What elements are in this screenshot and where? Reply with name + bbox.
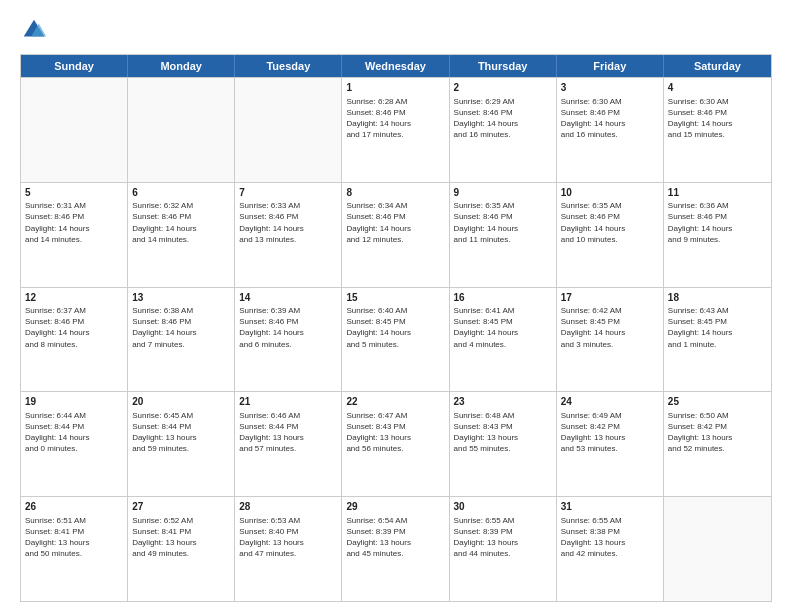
cell-info-line: Daylight: 14 hours bbox=[561, 327, 659, 338]
day-number: 13 bbox=[132, 291, 230, 305]
cell-info-line: and 56 minutes. bbox=[346, 443, 444, 454]
cell-info-line: Sunrise: 6:55 AM bbox=[454, 515, 552, 526]
calendar-cell-empty-4-6 bbox=[664, 497, 771, 601]
calendar-week-2: 5Sunrise: 6:31 AMSunset: 8:46 PMDaylight… bbox=[21, 182, 771, 287]
day-number: 5 bbox=[25, 186, 123, 200]
cell-info-line: and 0 minutes. bbox=[25, 443, 123, 454]
day-number: 27 bbox=[132, 500, 230, 514]
cell-info-line: Sunset: 8:46 PM bbox=[561, 107, 659, 118]
cell-info-line: and 1 minute. bbox=[668, 339, 767, 350]
cell-info-line: Sunset: 8:46 PM bbox=[239, 211, 337, 222]
calendar-cell-7: 7Sunrise: 6:33 AMSunset: 8:46 PMDaylight… bbox=[235, 183, 342, 287]
cell-info-line: Daylight: 14 hours bbox=[561, 118, 659, 129]
day-number: 31 bbox=[561, 500, 659, 514]
cell-info-line: Sunrise: 6:51 AM bbox=[25, 515, 123, 526]
cell-info-line: Sunset: 8:46 PM bbox=[239, 316, 337, 327]
calendar-cell-empty-0-1 bbox=[128, 78, 235, 182]
calendar-cell-empty-0-0 bbox=[21, 78, 128, 182]
cell-info-line: Sunset: 8:45 PM bbox=[346, 316, 444, 327]
cell-info-line: and 47 minutes. bbox=[239, 548, 337, 559]
cell-info-line: Sunset: 8:41 PM bbox=[132, 526, 230, 537]
day-number: 11 bbox=[668, 186, 767, 200]
cell-info-line: Sunset: 8:46 PM bbox=[25, 316, 123, 327]
day-number: 21 bbox=[239, 395, 337, 409]
cell-info-line: and 59 minutes. bbox=[132, 443, 230, 454]
cell-info-line: Daylight: 13 hours bbox=[239, 537, 337, 548]
cell-info-line: and 8 minutes. bbox=[25, 339, 123, 350]
calendar-week-1: 1Sunrise: 6:28 AMSunset: 8:46 PMDaylight… bbox=[21, 77, 771, 182]
cell-info-line: Sunset: 8:46 PM bbox=[561, 211, 659, 222]
cell-info-line: Sunrise: 6:35 AM bbox=[561, 200, 659, 211]
cell-info-line: Sunset: 8:46 PM bbox=[454, 107, 552, 118]
cell-info-line: and 9 minutes. bbox=[668, 234, 767, 245]
day-number: 28 bbox=[239, 500, 337, 514]
cell-info-line: Daylight: 14 hours bbox=[25, 327, 123, 338]
header-day-thursday: Thursday bbox=[450, 55, 557, 77]
day-number: 18 bbox=[668, 291, 767, 305]
day-number: 23 bbox=[454, 395, 552, 409]
calendar-cell-10: 10Sunrise: 6:35 AMSunset: 8:46 PMDayligh… bbox=[557, 183, 664, 287]
cell-info-line: Daylight: 14 hours bbox=[346, 327, 444, 338]
cell-info-line: and 42 minutes. bbox=[561, 548, 659, 559]
cell-info-line: and 14 minutes. bbox=[132, 234, 230, 245]
cell-info-line: Sunset: 8:44 PM bbox=[132, 421, 230, 432]
day-number: 9 bbox=[454, 186, 552, 200]
cell-info-line: Sunrise: 6:45 AM bbox=[132, 410, 230, 421]
header-day-saturday: Saturday bbox=[664, 55, 771, 77]
cell-info-line: Sunrise: 6:38 AM bbox=[132, 305, 230, 316]
cell-info-line: Sunset: 8:38 PM bbox=[561, 526, 659, 537]
cell-info-line: Sunrise: 6:30 AM bbox=[668, 96, 767, 107]
cell-info-line: Sunrise: 6:33 AM bbox=[239, 200, 337, 211]
cell-info-line: Sunset: 8:46 PM bbox=[668, 107, 767, 118]
cell-info-line: Sunrise: 6:46 AM bbox=[239, 410, 337, 421]
day-number: 19 bbox=[25, 395, 123, 409]
calendar: SundayMondayTuesdayWednesdayThursdayFrid… bbox=[20, 54, 772, 602]
calendar-cell-6: 6Sunrise: 6:32 AMSunset: 8:46 PMDaylight… bbox=[128, 183, 235, 287]
day-number: 7 bbox=[239, 186, 337, 200]
cell-info-line: Sunset: 8:40 PM bbox=[239, 526, 337, 537]
calendar-cell-26: 26Sunrise: 6:51 AMSunset: 8:41 PMDayligh… bbox=[21, 497, 128, 601]
cell-info-line: Daylight: 14 hours bbox=[25, 223, 123, 234]
day-number: 8 bbox=[346, 186, 444, 200]
day-number: 29 bbox=[346, 500, 444, 514]
cell-info-line: Daylight: 14 hours bbox=[561, 223, 659, 234]
cell-info-line: Sunrise: 6:55 AM bbox=[561, 515, 659, 526]
cell-info-line: Daylight: 13 hours bbox=[346, 432, 444, 443]
cell-info-line: Sunrise: 6:48 AM bbox=[454, 410, 552, 421]
cell-info-line: Sunrise: 6:42 AM bbox=[561, 305, 659, 316]
calendar-cell-3: 3Sunrise: 6:30 AMSunset: 8:46 PMDaylight… bbox=[557, 78, 664, 182]
cell-info-line: and 44 minutes. bbox=[454, 548, 552, 559]
cell-info-line: Sunrise: 6:47 AM bbox=[346, 410, 444, 421]
day-number: 6 bbox=[132, 186, 230, 200]
logo bbox=[20, 16, 52, 44]
header-day-tuesday: Tuesday bbox=[235, 55, 342, 77]
day-number: 3 bbox=[561, 81, 659, 95]
cell-info-line: and 3 minutes. bbox=[561, 339, 659, 350]
calendar-cell-8: 8Sunrise: 6:34 AMSunset: 8:46 PMDaylight… bbox=[342, 183, 449, 287]
cell-info-line: Sunrise: 6:43 AM bbox=[668, 305, 767, 316]
cell-info-line: Sunrise: 6:31 AM bbox=[25, 200, 123, 211]
calendar-cell-14: 14Sunrise: 6:39 AMSunset: 8:46 PMDayligh… bbox=[235, 288, 342, 392]
cell-info-line: Daylight: 14 hours bbox=[454, 223, 552, 234]
cell-info-line: Sunset: 8:39 PM bbox=[454, 526, 552, 537]
cell-info-line: Sunrise: 6:35 AM bbox=[454, 200, 552, 211]
calendar-week-3: 12Sunrise: 6:37 AMSunset: 8:46 PMDayligh… bbox=[21, 287, 771, 392]
header-day-sunday: Sunday bbox=[21, 55, 128, 77]
cell-info-line: Sunset: 8:46 PM bbox=[668, 211, 767, 222]
calendar-cell-15: 15Sunrise: 6:40 AMSunset: 8:45 PMDayligh… bbox=[342, 288, 449, 392]
cell-info-line: and 53 minutes. bbox=[561, 443, 659, 454]
calendar-cell-24: 24Sunrise: 6:49 AMSunset: 8:42 PMDayligh… bbox=[557, 392, 664, 496]
cell-info-line: and 55 minutes. bbox=[454, 443, 552, 454]
cell-info-line: Daylight: 14 hours bbox=[132, 223, 230, 234]
day-number: 1 bbox=[346, 81, 444, 95]
cell-info-line: Sunrise: 6:28 AM bbox=[346, 96, 444, 107]
cell-info-line: Sunrise: 6:29 AM bbox=[454, 96, 552, 107]
cell-info-line: Sunrise: 6:54 AM bbox=[346, 515, 444, 526]
logo-icon bbox=[20, 16, 48, 44]
calendar-cell-22: 22Sunrise: 6:47 AMSunset: 8:43 PMDayligh… bbox=[342, 392, 449, 496]
cell-info-line: and 13 minutes. bbox=[239, 234, 337, 245]
cell-info-line: Sunset: 8:46 PM bbox=[132, 211, 230, 222]
day-number: 16 bbox=[454, 291, 552, 305]
day-number: 22 bbox=[346, 395, 444, 409]
calendar-cell-28: 28Sunrise: 6:53 AMSunset: 8:40 PMDayligh… bbox=[235, 497, 342, 601]
